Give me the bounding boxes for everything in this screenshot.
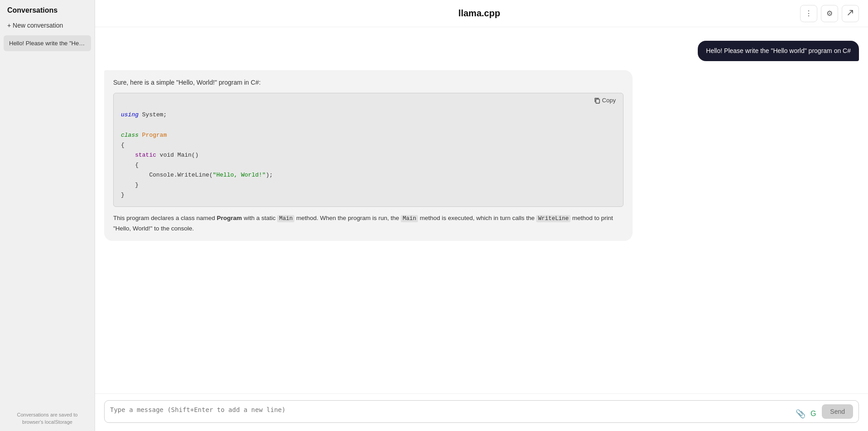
export-button[interactable] [842, 5, 859, 22]
gemini-icon[interactable]: G [808, 409, 818, 419]
message-input[interactable] [110, 405, 792, 419]
copy-button[interactable]: Copy [591, 96, 619, 105]
code-block: using System; class Program { static voi… [114, 105, 623, 206]
ai-message: Sure, here is a simple "Hello, World!" p… [104, 70, 859, 241]
user-message: Hello! Please write the "Hello world" pr… [104, 41, 859, 61]
export-icon [847, 9, 854, 18]
svg-rect-0 [596, 99, 599, 103]
header: llama.cpp ⋮ ⚙ [95, 0, 868, 27]
more-options-button[interactable]: ⋮ [800, 5, 817, 22]
main-panel: llama.cpp ⋮ ⚙ Hello! Please write the "H… [95, 0, 868, 431]
app-title: llama.cpp [158, 8, 800, 19]
ai-intro-text: Sure, here is a simple "Hello, World!" p… [113, 77, 623, 87]
ai-bubble: Sure, here is a simple "Hello, World!" p… [104, 70, 633, 241]
input-icons: 📎 G [796, 409, 818, 419]
chat-area: Hello! Please write the "Hello world" pr… [95, 27, 868, 393]
sidebar-footer: Conversations are saved tobrowser's loca… [0, 406, 95, 431]
user-bubble: Hello! Please write the "Hello world" pr… [698, 41, 859, 61]
input-wrapper: 📎 G Send [104, 400, 859, 423]
settings-button[interactable]: ⚙ [821, 5, 838, 22]
ai-description: This program declares a class named Prog… [113, 213, 623, 234]
input-area: 📎 G Send [95, 393, 868, 431]
header-actions: ⋮ ⚙ [800, 5, 859, 22]
copy-icon [594, 97, 600, 104]
sidebar-title: Conversations [0, 0, 95, 19]
new-conversation-button[interactable]: + New conversation [0, 19, 95, 34]
conversations-list: Hello! Please write the "Hello... [0, 34, 95, 52]
code-block-wrapper: Copy using System; class Program { stati… [113, 93, 623, 207]
conversation-item-1[interactable]: Hello! Please write the "Hello... [4, 35, 91, 51]
more-icon: ⋮ [805, 9, 812, 18]
code-block-header: Copy [114, 93, 623, 105]
sidebar: Conversations + New conversation Hello! … [0, 0, 95, 431]
gear-icon: ⚙ [826, 9, 833, 18]
send-button[interactable]: Send [822, 404, 853, 419]
copy-label: Copy [602, 97, 616, 104]
attachment-icon[interactable]: 📎 [796, 409, 806, 419]
